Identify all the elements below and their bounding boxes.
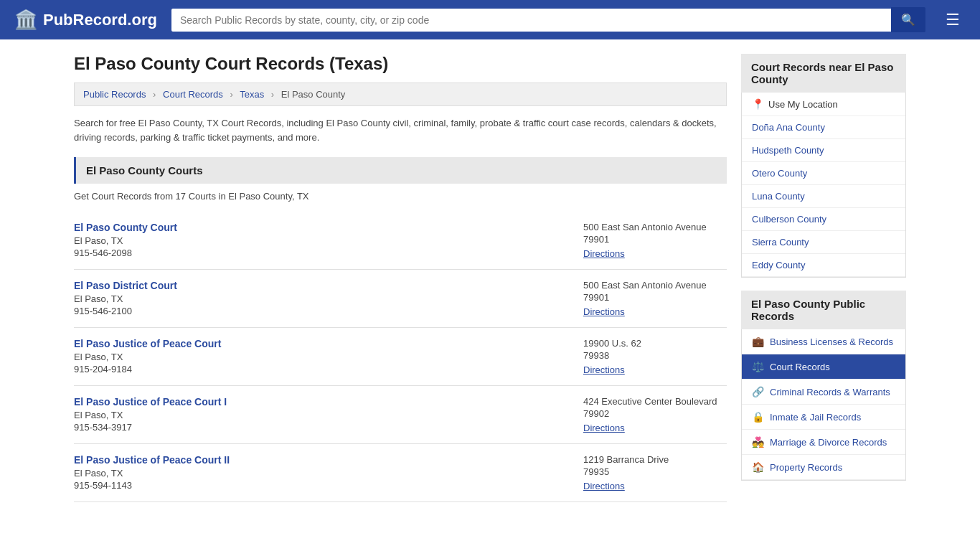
court-info: El Paso County Court El Paso, TX 915-546…	[74, 222, 569, 259]
search-button[interactable]: 🔍	[891, 7, 925, 32]
breadcrumb-public-records[interactable]: Public Records	[83, 89, 146, 100]
court-info: El Paso Justice of Peace Court El Paso, …	[74, 338, 569, 375]
header: 🏛️ PubRecord.org 🔍 ☰	[0, 0, 980, 39]
record-type-item[interactable]: 💼Business Licenses & Records	[742, 329, 905, 354]
record-type-icon: 💼	[752, 336, 764, 347]
nearby-list: 📍 Use My Location Doña Ana CountyHudspet…	[741, 93, 906, 278]
record-type-label: Court Records	[770, 362, 830, 372]
logo-icon: 🏛️	[14, 9, 37, 31]
nearby-county-item[interactable]: Luna County	[742, 185, 905, 208]
nearby-county-link[interactable]: Culberson County	[752, 214, 826, 225]
court-name[interactable]: El Paso Justice of Peace Court II	[74, 454, 569, 466]
directions-link[interactable]: Directions	[583, 306, 625, 317]
court-street: 424 Executive Center Boulevard	[583, 396, 727, 407]
directions-link[interactable]: Directions	[583, 248, 625, 259]
location-icon: 📍	[752, 98, 764, 110]
court-name[interactable]: El Paso Justice of Peace Court	[74, 338, 569, 349]
court-street: 1219 Barranca Drive	[583, 454, 727, 465]
nearby-county-item[interactable]: Sierra County	[742, 231, 905, 254]
record-type-icon: 🔒	[752, 411, 764, 423]
logo-text: PubRecord.org	[43, 11, 157, 29]
record-type-item[interactable]: 🔗Criminal Records & Warrants	[742, 380, 905, 405]
court-address: 1219 Barranca Drive 79935 Directions	[583, 454, 727, 491]
court-phone: 915-546-2098	[74, 248, 569, 258]
court-phone: 915-546-2100	[74, 306, 569, 316]
page-title: El Paso County Court Records (Texas)	[74, 54, 727, 74]
page-description: Search for free El Paso County, TX Court…	[74, 116, 727, 144]
nearby-county-item[interactable]: Otero County	[742, 162, 905, 185]
record-type-label: Marriage & Divorce Records	[770, 437, 887, 448]
logo[interactable]: 🏛️ PubRecord.org	[14, 9, 157, 31]
court-entry: El Paso County Court El Paso, TX 915-546…	[74, 212, 727, 270]
nearby-county-link[interactable]: Otero County	[752, 168, 807, 179]
nearby-county-link[interactable]: Sierra County	[752, 237, 809, 248]
court-entry: El Paso Justice of Peace Court II El Pas…	[74, 444, 727, 502]
nearby-county-link[interactable]: Luna County	[752, 191, 805, 202]
court-phone: 915-204-9184	[74, 364, 569, 375]
record-type-icon: 💑	[752, 436, 764, 448]
court-city-state: El Paso, TX	[74, 410, 569, 420]
court-phone: 915-594-1143	[74, 480, 569, 491]
court-entry: El Paso District Court El Paso, TX 915-5…	[74, 270, 727, 328]
court-zip: 79902	[583, 408, 727, 419]
court-address: 19900 U.s. 62 79938 Directions	[583, 338, 727, 375]
breadcrumb-court-records[interactable]: Court Records	[163, 89, 223, 100]
record-type-label: Property Records	[770, 462, 842, 473]
sidebar: Court Records near El Paso County 📍 Use …	[741, 54, 906, 502]
record-type-label: Inmate & Jail Records	[770, 412, 861, 423]
records-list: 💼Business Licenses & Records⚖️Court Reco…	[741, 329, 906, 481]
court-info: El Paso District Court El Paso, TX 915-5…	[74, 280, 569, 317]
court-zip: 79935	[583, 466, 727, 477]
court-info: El Paso Justice of Peace Court II El Pas…	[74, 454, 569, 491]
court-entry: El Paso Justice of Peace Court I El Paso…	[74, 386, 727, 444]
nearby-county-item[interactable]: Eddy County	[742, 254, 905, 277]
search-area: 🔍	[171, 7, 925, 32]
court-city-state: El Paso, TX	[74, 352, 569, 362]
court-zip: 79938	[583, 350, 727, 361]
breadcrumb: Public Records › Court Records › Texas ›…	[74, 83, 727, 106]
nearby-county-link[interactable]: Hudspeth County	[752, 145, 824, 156]
nearby-heading: Court Records near El Paso County	[741, 54, 906, 93]
court-zip: 79901	[583, 292, 727, 303]
directions-link[interactable]: Directions	[583, 364, 625, 375]
courts-section-header: El Paso County Courts	[74, 157, 727, 184]
breadcrumb-sep-3: ›	[271, 89, 274, 100]
court-street: 19900 U.s. 62	[583, 338, 727, 349]
court-name[interactable]: El Paso Justice of Peace Court I	[74, 396, 569, 408]
nearby-county-link[interactable]: Doña Ana County	[752, 122, 825, 133]
court-street: 500 East San Antonio Avenue	[583, 280, 727, 291]
directions-link[interactable]: Directions	[583, 423, 625, 433]
record-type-item[interactable]: 🏠Property Records	[742, 455, 905, 480]
breadcrumb-texas[interactable]: Texas	[240, 89, 264, 100]
record-type-icon: 🔗	[752, 386, 764, 397]
record-type-item[interactable]: ⚖️Court Records	[742, 354, 905, 380]
directions-link[interactable]: Directions	[583, 481, 625, 491]
court-city-state: El Paso, TX	[74, 293, 569, 304]
nearby-county-item[interactable]: Culberson County	[742, 208, 905, 231]
main-container: El Paso County Court Records (Texas) Pub…	[60, 39, 920, 517]
court-name[interactable]: El Paso County Court	[74, 222, 569, 233]
court-name[interactable]: El Paso District Court	[74, 280, 569, 291]
nearby-county-link[interactable]: Eddy County	[752, 260, 805, 270]
public-records-heading: El Paso County Public Records	[741, 291, 906, 329]
court-zip: 79901	[583, 234, 727, 245]
record-type-item[interactable]: 💑Marriage & Divorce Records	[742, 430, 905, 455]
court-address: 424 Executive Center Boulevard 79902 Dir…	[583, 396, 727, 433]
nearby-county-item[interactable]: Doña Ana County	[742, 116, 905, 139]
courts-list: El Paso County Court El Paso, TX 915-546…	[74, 212, 727, 502]
record-type-icon: ⚖️	[752, 361, 764, 372]
record-type-icon: 🏠	[752, 461, 764, 473]
use-location-label: Use My Location	[768, 99, 838, 110]
record-type-item[interactable]: 🔒Inmate & Jail Records	[742, 405, 905, 430]
search-input[interactable]	[171, 9, 891, 32]
court-address: 500 East San Antonio Avenue 79901 Direct…	[583, 222, 727, 259]
use-location[interactable]: 📍 Use My Location	[742, 93, 905, 116]
menu-button[interactable]: ☰	[940, 8, 966, 32]
record-type-label: Criminal Records & Warrants	[770, 387, 890, 397]
courts-count: Get Court Records from 17 Courts in El P…	[74, 191, 727, 202]
court-city-state: El Paso, TX	[74, 235, 569, 246]
breadcrumb-sep-1: ›	[153, 89, 156, 100]
nearby-county-item[interactable]: Hudspeth County	[742, 139, 905, 162]
main-content: El Paso County Court Records (Texas) Pub…	[74, 54, 727, 502]
court-info: El Paso Justice of Peace Court I El Paso…	[74, 396, 569, 433]
